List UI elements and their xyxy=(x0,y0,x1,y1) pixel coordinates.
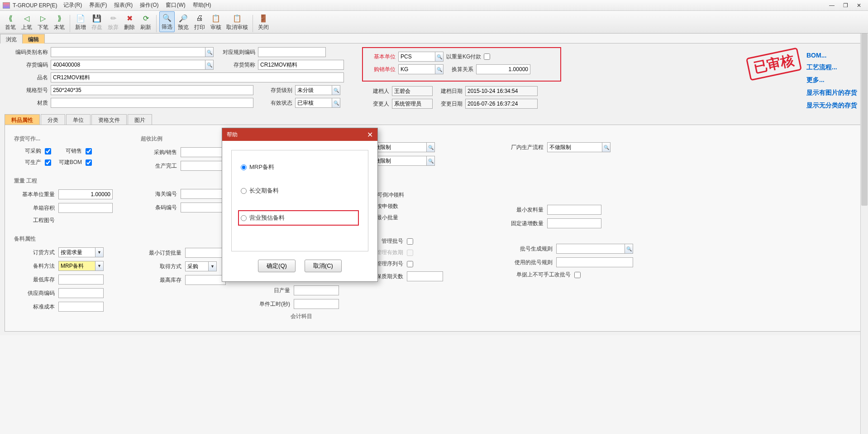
tab-attr[interactable]: 料品属性 xyxy=(5,114,40,125)
last-button[interactable]: ⟫末笔 xyxy=(52,11,67,32)
mgmt-batch-checkbox[interactable] xyxy=(407,238,413,245)
close-icon[interactable]: ✕ xyxy=(854,2,863,9)
rule-code-input[interactable] xyxy=(258,47,326,57)
prod-name-input[interactable] xyxy=(51,72,344,82)
pay-kg-checkbox[interactable] xyxy=(484,53,490,60)
dialog-titlebar[interactable]: 帮助 ✕ xyxy=(222,128,377,141)
filter-icon: 🔍 xyxy=(162,13,172,23)
stock-code-input[interactable] xyxy=(51,60,214,70)
lookup-icon[interactable]: 🔍 xyxy=(205,48,213,57)
used-rule-input[interactable] xyxy=(556,257,633,267)
dialog-close-icon[interactable]: ✕ xyxy=(367,130,373,139)
delete-button[interactable]: ✖删除 xyxy=(122,11,137,32)
chevron-down-icon[interactable]: ▼ xyxy=(208,262,216,271)
code-cat-input[interactable] xyxy=(51,47,214,57)
lookup-icon[interactable]: 🔍 xyxy=(602,143,610,152)
no-manual-checkbox[interactable] xyxy=(574,272,581,278)
label-unit-time: 单件工时(秒) xyxy=(254,300,290,308)
stock-short-input[interactable] xyxy=(258,60,344,70)
std-cost-input[interactable] xyxy=(58,302,104,312)
label-batch-rule: 批号生成规则 xyxy=(503,245,553,253)
base-weight-input[interactable] xyxy=(58,189,113,199)
link-with-img[interactable]: 显示有图片的存货 xyxy=(806,89,857,97)
max-stock-input[interactable] xyxy=(185,275,226,285)
lookup-icon[interactable]: 🔍 xyxy=(426,156,434,165)
conv-input[interactable] xyxy=(476,64,530,74)
save-button[interactable]: 💾存盘 xyxy=(89,11,105,32)
prod-done-input[interactable] xyxy=(181,161,226,171)
chevron-down-icon[interactable]: ▼ xyxy=(95,261,103,270)
spec-input[interactable] xyxy=(51,85,253,95)
tab-browse[interactable]: 浏览 xyxy=(0,34,23,43)
radio-long[interactable]: 长交期备料 xyxy=(241,187,359,195)
can-sell-checkbox[interactable] xyxy=(86,148,92,154)
buy-sell-input[interactable] xyxy=(181,147,226,157)
label-min-stock: 最低库存 xyxy=(14,276,55,284)
lookup-icon[interactable]: 🔍 xyxy=(426,143,434,152)
preview-button[interactable]: 🔎预览 xyxy=(176,11,191,32)
barcode-input[interactable] xyxy=(181,203,226,212)
tab-img[interactable]: 图片 xyxy=(128,114,152,125)
lookup-icon[interactable]: 🔍 xyxy=(332,86,340,95)
menu-window[interactable]: 窗口(W) xyxy=(166,1,185,9)
restore-icon[interactable]: ❐ xyxy=(841,2,850,9)
link-more[interactable]: 更多... xyxy=(806,76,857,84)
batch-rule-input[interactable] xyxy=(556,244,633,254)
new-button[interactable]: 📄新增 xyxy=(73,11,88,32)
first-icon: ⟪ xyxy=(5,13,15,23)
prev-button[interactable]: ◁上笔 xyxy=(19,11,34,32)
customs-input[interactable] xyxy=(181,189,226,199)
factory-flow-input[interactable] xyxy=(547,142,610,152)
fixed-incr-input[interactable] xyxy=(547,218,601,228)
label-can-reverse: 可倒冲领料 xyxy=(377,191,404,199)
filter-button[interactable]: 🔍筛选 xyxy=(159,11,175,32)
tab-cat[interactable]: 分类 xyxy=(41,114,65,125)
lookup-icon[interactable]: 🔍 xyxy=(435,52,443,61)
min-order-input[interactable] xyxy=(185,248,226,258)
box-vol-input[interactable] xyxy=(58,203,113,213)
daily-input[interactable] xyxy=(294,285,339,295)
radio-estimate[interactable]: 营业预估备料 xyxy=(238,210,359,226)
menu-record[interactable]: 记录(R) xyxy=(63,1,82,9)
min-stock-input[interactable] xyxy=(58,275,104,285)
unit-time-input[interactable] xyxy=(294,299,339,309)
vertical-scrollbar[interactable] xyxy=(860,34,868,434)
audit-icon: 📋 xyxy=(211,13,221,23)
can-bom-checkbox[interactable] xyxy=(86,159,92,166)
menu-operate[interactable]: 操作(O) xyxy=(140,1,158,9)
lookup-icon[interactable]: 🔍 xyxy=(205,60,213,69)
unaudit-button[interactable]: 📋取消审核 xyxy=(224,11,250,32)
shelf-days-input[interactable] xyxy=(407,271,443,281)
discard-button[interactable]: ✏放弃 xyxy=(105,11,121,32)
menu-help[interactable]: 帮助(H) xyxy=(193,1,211,9)
material-input[interactable] xyxy=(51,98,253,108)
supplier-input[interactable] xyxy=(58,288,104,298)
tab-qual[interactable]: 资格文件 xyxy=(91,114,127,125)
print-button[interactable]: 🖨打印 xyxy=(192,11,207,32)
menu-view[interactable]: 界面(F) xyxy=(89,1,107,9)
audit-button[interactable]: 📋审核 xyxy=(208,11,224,32)
link-no-cat[interactable]: 显示无分类的存货 xyxy=(806,101,857,110)
cancel-button[interactable]: 取消(C) xyxy=(305,260,342,272)
can-prod-checkbox[interactable] xyxy=(45,159,51,166)
link-bom[interactable]: BOM... xyxy=(806,52,857,59)
lookup-icon[interactable]: 🔍 xyxy=(625,244,633,253)
mgmt-serial-checkbox[interactable] xyxy=(407,261,413,267)
link-process[interactable]: 工艺流程... xyxy=(806,63,857,72)
close-button[interactable]: 🚪关闭 xyxy=(256,11,271,32)
lookup-icon[interactable]: 🔍 xyxy=(332,98,340,107)
first-button[interactable]: ⟪首笔 xyxy=(3,11,18,32)
tab-unit[interactable]: 单位 xyxy=(66,114,91,125)
min-issue-input[interactable] xyxy=(547,205,601,215)
lookup-icon[interactable]: 🔍 xyxy=(435,65,443,74)
tab-edit[interactable]: 编辑 xyxy=(22,34,45,43)
scroll-thumb[interactable] xyxy=(861,34,868,206)
can-buy-checkbox[interactable] xyxy=(45,148,51,154)
ok-button[interactable]: 确定(Q) xyxy=(258,260,296,272)
menu-report[interactable]: 报表(R) xyxy=(114,1,133,9)
refresh-button[interactable]: ⟳刷新 xyxy=(138,11,153,32)
next-button[interactable]: ▷下笔 xyxy=(35,11,51,32)
chevron-down-icon[interactable]: ▼ xyxy=(95,248,103,257)
radio-mrp[interactable]: MRP备料 xyxy=(241,163,359,171)
minimize-icon[interactable]: — xyxy=(827,2,836,9)
